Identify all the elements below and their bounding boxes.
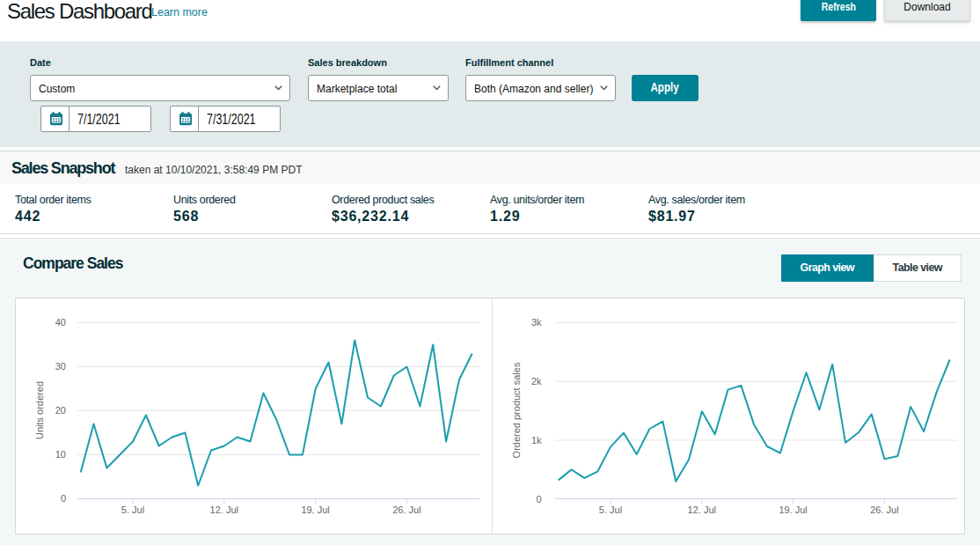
svg-text:12. Jul: 12. Jul [688, 504, 716, 515]
svg-text:10: 10 [55, 449, 66, 460]
svg-text:Ordered product sales: Ordered product sales [511, 362, 522, 458]
svg-text:5. Jul: 5. Jul [121, 504, 144, 515]
svg-text:0: 0 [61, 493, 66, 504]
svg-text:30: 30 [55, 361, 66, 372]
svg-text:26. Jul: 26. Jul [392, 504, 421, 515]
svg-text:19. Jul: 19. Jul [301, 504, 329, 515]
svg-text:3k: 3k [531, 317, 542, 328]
svg-text:0: 0 [536, 494, 541, 504]
svg-text:1k: 1k [531, 435, 542, 446]
svg-text:20: 20 [55, 405, 66, 416]
svg-text:Units ordered: Units ordered [34, 381, 45, 439]
svg-text:2k: 2k [531, 376, 542, 387]
svg-text:5. Jul: 5. Jul [599, 504, 622, 515]
svg-text:26. Jul: 26. Jul [870, 504, 898, 515]
svg-text:12. Jul: 12. Jul [210, 504, 238, 515]
svg-text:19. Jul: 19. Jul [779, 504, 807, 515]
svg-text:40: 40 [55, 317, 66, 328]
